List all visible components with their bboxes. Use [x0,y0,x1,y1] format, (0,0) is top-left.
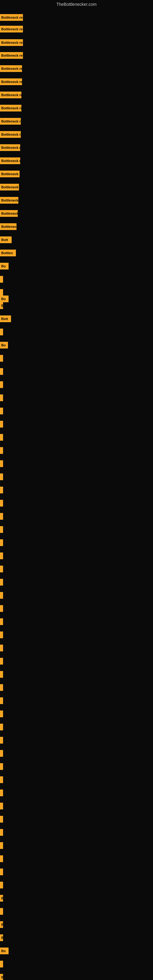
bottleneck-bar-45 [0,579,3,585]
bottleneck-bar-53 [0,684,3,691]
bottleneck-bar-39 [0,500,3,506]
bottleneck-bar-57 [0,737,3,744]
bottleneck-bar-52 [0,671,3,678]
bottleneck-bar-73: Bo [0,948,9,954]
bottleneck-bar-49 [0,632,3,638]
bottleneck-bar-19: Bottlen [0,250,16,256]
bottleneck-bar-27: Bo [0,342,8,348]
bottleneck-bar-21 [0,276,3,283]
bottleneck-bar-44 [0,566,3,573]
bottleneck-bar-30 [0,381,3,388]
bottleneck-bar-66 [0,855,3,862]
bottleneck-bar-5: Bottleneck resu [0,65,22,72]
bottleneck-bar-16: Bottleneck re [0,210,18,217]
bottleneck-bar-11: Bottleneck resu [0,144,20,151]
bottleneck-bar-48 [0,618,3,625]
bottleneck-bar-54 [0,697,3,704]
bottleneck-bar-9: Bottleneck resu [0,118,21,125]
bottleneck-bar-32 [0,407,3,414]
bottleneck-bar-72: B [0,934,3,941]
site-title: TheBottlenecker.com [0,0,153,9]
bottleneck-bar-40 [0,513,3,520]
bottleneck-bar-68 [0,882,3,888]
bottleneck-bar-34 [0,434,3,441]
bottleneck-bar-37 [0,474,3,480]
bottleneck-bar-23: Bo [0,296,9,302]
bottleneck-bar-71: B [0,921,3,928]
bottleneck-bar-64 [0,829,3,836]
bottleneck-bar-22 [0,289,3,296]
bottleneck-bar-24: B [0,302,3,309]
bottleneck-bar-36 [0,460,3,467]
bottleneck-bar-15: Bottleneck res [0,197,18,204]
bottleneck-bar-42 [0,539,3,546]
bottleneck-bar-50 [0,645,3,651]
bottleneck-bar-13: Bottleneck res [0,170,19,177]
bottleneck-bar-7: Bottleneck resu [0,92,21,98]
bottleneck-bar-75: B [0,974,3,980]
bottleneck-bar-63 [0,816,3,822]
bottleneck-bar-62 [0,803,3,810]
bottleneck-bar-41 [0,526,3,533]
bottleneck-bar-3: Bottleneck resul [0,39,23,46]
bottleneck-bar-8: Bottleneck resu [0,105,21,111]
bottleneck-bar-65 [0,842,3,849]
bottleneck-bar-1: Bottleneck result [0,14,23,21]
bottleneck-bar-26 [0,329,3,335]
bottleneck-bar-12: Bottleneck resu [0,158,20,164]
bottleneck-bar-60 [0,776,3,783]
bottleneck-bar-70 [0,908,3,915]
bottleneck-bar-25: Bott [0,315,11,322]
bottleneck-bar-35 [0,447,3,454]
bottleneck-bar-31 [0,395,3,401]
bottleneck-bar-61 [0,789,3,796]
bottleneck-bar-56 [0,724,3,730]
bottleneck-bar-46 [0,592,3,599]
bottleneck-bar-14: Bottleneck res [0,184,19,191]
bottleneck-bar-47 [0,605,3,612]
bottleneck-bar-43 [0,552,3,559]
bottleneck-bar-18: Bott [0,236,12,243]
bottleneck-bar-29 [0,368,3,375]
bottleneck-bar-55 [0,711,3,717]
bottleneck-bar-4: Bottleneck result [0,52,23,59]
bottleneck-bar-38 [0,487,3,493]
bottleneck-bar-17: Bottlenec [0,223,16,230]
bottleneck-bar-67 [0,869,3,875]
bottleneck-bar-51 [0,658,3,665]
bottleneck-bar-6: Bottleneck resu [0,78,22,85]
bottleneck-bar-58 [0,750,3,757]
bottleneck-bar-33 [0,421,3,428]
bottleneck-bar-69: B [0,895,3,902]
bottleneck-bar-20: Bo [0,263,9,269]
bottleneck-bar-2: Bottleneck result [0,26,23,32]
bottleneck-bar-59 [0,763,3,770]
bottleneck-bar-74 [0,961,3,967]
bottleneck-bar-28 [0,355,3,362]
bottleneck-bar-10: Bottleneck resu [0,131,21,138]
